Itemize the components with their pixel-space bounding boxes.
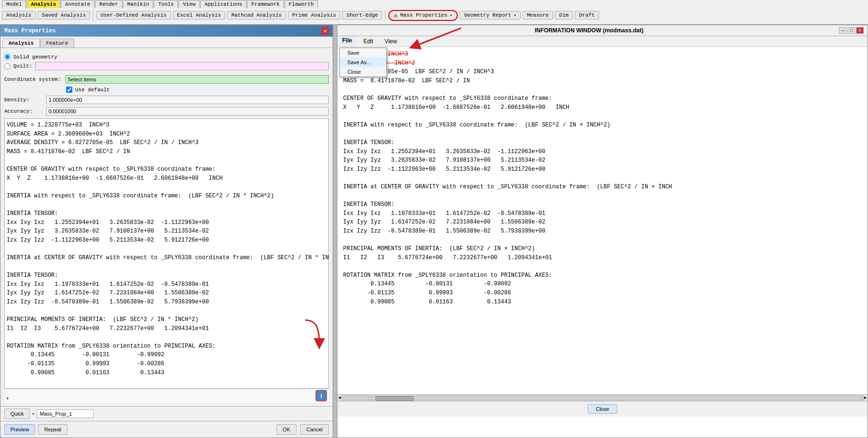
- tab-view[interactable]: View: [178, 0, 199, 8]
- file-menu[interactable]: File Save Save As... Close: [339, 37, 355, 46]
- tab-model[interactable]: Model: [2, 0, 26, 8]
- use-default-checkbox[interactable]: [66, 87, 72, 93]
- quilt-label: Quilt:: [13, 63, 32, 69]
- short-edge-label: Short-Edge: [346, 12, 378, 18]
- close-menu-item[interactable]: Close: [340, 67, 386, 77]
- dropdown-arrow-small[interactable]: ▾: [6, 396, 9, 401]
- info-menubar: File Save Save As... Close Edit View: [337, 36, 868, 47]
- ok-button[interactable]: OK: [276, 424, 296, 435]
- geometry-report-label: Geometry Report: [464, 12, 511, 18]
- coord-system-row: Coordinate system: Select items: [4, 75, 329, 84]
- use-default-row: Use default: [4, 87, 329, 93]
- scroll-right-btn[interactable]: ►: [864, 396, 867, 400]
- file-menu-label[interactable]: File: [339, 36, 355, 45]
- measure-btn[interactable]: Measure: [523, 11, 553, 19]
- view-menu-label[interactable]: View: [382, 37, 400, 46]
- tab-manikin[interactable]: Manikin: [123, 0, 153, 8]
- cancel-button[interactable]: Cancel: [300, 424, 329, 435]
- accuracy-input[interactable]: [46, 107, 329, 116]
- tab-analysis[interactable]: Analysis: [27, 0, 60, 8]
- toolbar: Model Analysis Annotate Render Manikin T…: [0, 0, 868, 25]
- scrollbar-thumb[interactable]: [375, 396, 414, 401]
- preview-button[interactable]: Preview: [4, 424, 35, 435]
- info-window: INFORMATION WINDOW (modmass.dat) ─ □ ✕ F…: [337, 25, 868, 438]
- measure-label: Measure: [527, 12, 549, 18]
- tab-analysis[interactable]: Analysis: [2, 39, 40, 48]
- repeat-button[interactable]: Repeat: [38, 424, 67, 435]
- dialog-footer: Preview Repeat OK Cancel: [0, 421, 333, 438]
- excel-btn[interactable]: Excel Analysis: [173, 11, 225, 19]
- analysis-label: Analysis: [6, 12, 31, 18]
- tab-framework[interactable]: Framework: [247, 0, 284, 8]
- geometry-report-dropdown-icon: ▾: [513, 13, 516, 18]
- mathcad-label: Mathcad Analysis: [231, 12, 282, 18]
- save-menu-item[interactable]: Save: [340, 48, 386, 58]
- tab-feature[interactable]: Feature: [40, 39, 74, 48]
- draft-label: Draft: [579, 12, 595, 18]
- mass-properties-btn[interactable]: ⚖ Mass Properties ▾: [388, 10, 458, 21]
- prime-btn[interactable]: Prime Analysis: [288, 11, 340, 19]
- draft-btn[interactable]: Draft: [575, 11, 599, 19]
- tab-tools[interactable]: Tools: [154, 0, 178, 8]
- tab-applications[interactable]: Applications: [200, 0, 247, 8]
- mass-properties-label: Mass Properties: [400, 12, 447, 18]
- mass-properties-dropdown-icon: ▾: [450, 13, 452, 18]
- use-default-label: Use default: [75, 87, 110, 93]
- minimize-btn[interactable]: ─: [839, 27, 847, 34]
- info-close-button[interactable]: Close: [588, 404, 617, 414]
- results-text-area[interactable]: VOLUME = 1.2328775e+03 INCH^3 SURFACE AR…: [4, 118, 329, 389]
- panel-separator: [333, 25, 337, 438]
- mass-properties-icon: ⚖: [394, 12, 397, 19]
- info-title: INFORMATION WINDOW (modmass.dat): [341, 27, 837, 34]
- dialog-titlebar: Mass Properties ✕: [0, 25, 333, 37]
- analysis-btn[interactable]: Analysis: [2, 11, 36, 19]
- prime-label: Prime Analysis: [292, 12, 336, 18]
- density-row: Density:: [4, 96, 329, 104]
- user-defined-btn[interactable]: User-Defined Analysis: [96, 11, 171, 19]
- analysis-name-input[interactable]: [37, 409, 94, 418]
- info-text-content: 2328775e+03 INCH^3 3.0000000e+03 INCH^2 …: [343, 50, 862, 306]
- tab-render[interactable]: Render: [95, 0, 123, 8]
- short-edge-btn[interactable]: Short-Edge: [342, 11, 382, 19]
- tab-annotate[interactable]: Annotate: [61, 0, 95, 8]
- dialog-title: Mass Properties: [4, 28, 56, 34]
- info-titlebar: INFORMATION WINDOW (modmass.dat) ─ □ ✕: [337, 25, 868, 36]
- save-as-menu-item[interactable]: Save As...: [340, 58, 386, 67]
- density-input[interactable]: [46, 96, 329, 104]
- info-footer: Close: [337, 401, 868, 417]
- info-content-wrapper: 2328775e+03 INCH^3 3.0000000e+03 INCH^2 …: [337, 47, 868, 394]
- quilt-input[interactable]: [35, 62, 329, 70]
- dropdown-arrow-quick[interactable]: ▾: [32, 411, 34, 417]
- saved-analysis-label: Saved Analysis: [42, 12, 86, 18]
- dialog-close-button[interactable]: ✕: [321, 27, 329, 35]
- bottom-bar: Quick ▾: [0, 406, 333, 421]
- edit-menu-label[interactable]: Edit: [361, 37, 376, 46]
- geometry-report-btn[interactable]: Geometry Report ▾: [460, 11, 520, 19]
- tab-flaworth[interactable]: Flaworth: [285, 0, 318, 8]
- file-dropdown-menu: Save Save As... Close: [339, 48, 387, 77]
- quilt-radio[interactable]: [4, 63, 10, 69]
- solid-geometry-radio[interactable]: [4, 54, 10, 60]
- accuracy-row: Accuracy:: [4, 107, 329, 116]
- accuracy-label: Accuracy:: [4, 108, 42, 114]
- info-btn-row: ▾ i: [4, 389, 329, 402]
- solid-geometry-label: Solid geometry: [13, 54, 57, 60]
- density-label: Density:: [4, 97, 42, 103]
- dialog-tabs-bar: Analysis Feature: [0, 37, 333, 48]
- select-items-button[interactable]: Select items: [65, 75, 329, 84]
- results-content: VOLUME = 1.2328775e+03 INCH^3 SURFACE AR…: [7, 121, 326, 377]
- dim-label: Dim: [559, 12, 569, 18]
- quick-btn[interactable]: Quick: [4, 409, 30, 419]
- mathcad-btn[interactable]: Mathcad Analysis: [227, 11, 286, 19]
- scroll-left-btn[interactable]: ◄: [338, 396, 341, 400]
- info-button[interactable]: i: [316, 390, 327, 401]
- horizontal-scrollbar[interactable]: ◄ ►: [337, 394, 868, 401]
- dim-btn[interactable]: Dim: [555, 11, 573, 19]
- user-defined-label: User-Defined Analysis: [100, 12, 167, 18]
- save-as-label: Save As...: [347, 59, 371, 65]
- close-win-btn[interactable]: ✕: [856, 27, 864, 34]
- info-text-area[interactable]: 2328775e+03 INCH^3 3.0000000e+03 INCH^2 …: [337, 47, 868, 394]
- saved-analysis-btn[interactable]: Saved Analysis: [38, 11, 90, 19]
- maximize-btn[interactable]: □: [848, 27, 855, 34]
- excel-label: Excel Analysis: [177, 12, 221, 18]
